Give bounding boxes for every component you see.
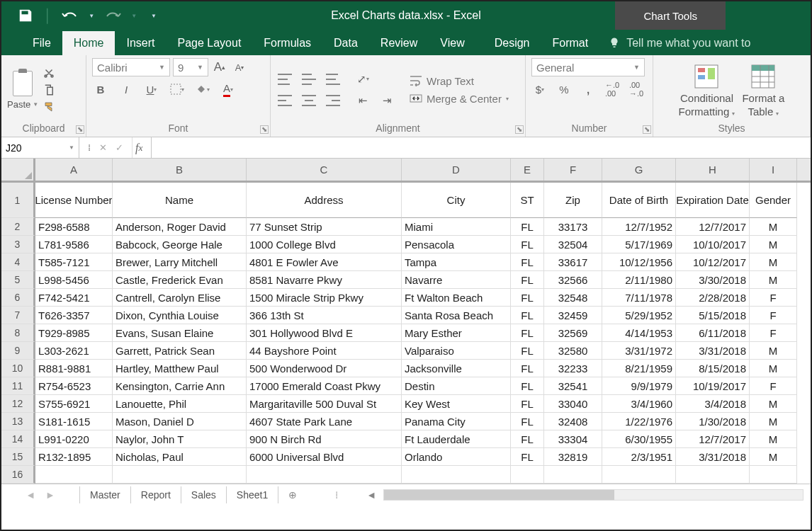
alignment-dialog-launcher[interactable]: ⬊ xyxy=(515,125,524,134)
column-header-C[interactable]: C xyxy=(247,159,402,181)
save-icon[interactable] xyxy=(17,7,34,24)
tab-format[interactable]: Format xyxy=(541,31,600,55)
header-cell[interactable]: Name xyxy=(113,183,247,218)
row-header[interactable]: 14 xyxy=(1,430,35,448)
cell[interactable]: Margaritaville 500 Duval St xyxy=(247,395,402,413)
cell[interactable]: Hartley, Matthew Paul xyxy=(113,360,247,377)
tab-page-layout[interactable]: Page Layout xyxy=(166,31,252,55)
cell[interactable]: FL xyxy=(511,307,544,324)
fx-icon[interactable]: fx xyxy=(132,137,152,158)
decrease-decimal-icon[interactable]: .00→.0 xyxy=(628,81,645,98)
cell[interactable]: 17000 Emerald Coast Pkwy xyxy=(247,377,402,395)
sheet-nav-prev-icon[interactable]: ◄ xyxy=(26,489,35,501)
cut-icon[interactable] xyxy=(43,67,57,79)
cell[interactable]: Navarre xyxy=(402,271,511,289)
cell[interactable]: FL xyxy=(511,253,544,271)
row-header[interactable]: 15 xyxy=(1,448,35,466)
cell[interactable]: 3/31/2018 xyxy=(676,342,750,360)
align-middle-icon[interactable] xyxy=(300,71,317,88)
cell[interactable]: 301 Hollywood Blvd E xyxy=(247,324,402,342)
redo-icon[interactable] xyxy=(104,7,121,24)
cell[interactable]: 32233 xyxy=(544,360,602,377)
cell[interactable]: T626-3357 xyxy=(35,307,113,324)
cell[interactable]: 33617 xyxy=(544,253,602,271)
font-size-combo[interactable]: 9▼ xyxy=(173,58,208,76)
cell[interactable]: 32504 xyxy=(544,236,602,253)
cell[interactable]: 3/4/1960 xyxy=(602,395,676,413)
tab-view[interactable]: View xyxy=(429,31,475,55)
align-bottom-icon[interactable] xyxy=(325,71,342,88)
cell[interactable]: 1500 Miracle Strip Pkwy xyxy=(247,289,402,307)
header-cell[interactable]: Zip xyxy=(544,183,602,218)
cell[interactable]: 32408 xyxy=(544,413,602,430)
sheet-tab-master[interactable]: Master xyxy=(79,486,131,503)
row-header[interactable]: 9 xyxy=(1,342,35,360)
cell[interactable]: M xyxy=(750,395,797,413)
undo-dropdown-icon[interactable]: ▼ xyxy=(89,13,94,19)
header-cell[interactable]: License Number xyxy=(35,183,113,218)
sheet-nav-next-icon[interactable]: ► xyxy=(45,489,55,501)
cell[interactable]: Key West xyxy=(402,395,511,413)
cell[interactable]: FL xyxy=(511,448,544,466)
cell[interactable]: 3/31/2018 xyxy=(676,448,750,466)
cell[interactable]: FL xyxy=(511,236,544,253)
column-header-A[interactable]: A xyxy=(35,159,113,181)
currency-icon[interactable]: $ ▾ xyxy=(531,81,548,98)
new-sheet-button[interactable]: ⊕ xyxy=(278,489,307,501)
cell[interactable]: M xyxy=(750,342,797,360)
cell[interactable]: 10/19/2017 xyxy=(676,377,750,395)
format-painter-icon[interactable] xyxy=(43,101,57,113)
row-header[interactable]: 10 xyxy=(1,360,35,377)
cell[interactable]: 33040 xyxy=(544,395,602,413)
font-dialog-launcher[interactable]: ⬊ xyxy=(260,125,269,134)
cell[interactable]: 1/22/1976 xyxy=(602,413,676,430)
cell[interactable]: 4801 E Fowler Ave xyxy=(247,253,402,271)
fill-color-button[interactable]: ▾ xyxy=(194,81,211,98)
cell[interactable]: R754-6523 xyxy=(35,377,113,395)
column-header-G[interactable]: G xyxy=(602,159,676,181)
cell[interactable] xyxy=(511,466,544,484)
cell[interactable]: FL xyxy=(511,395,544,413)
cell[interactable]: F xyxy=(750,289,797,307)
cell[interactable]: 10/12/1956 xyxy=(602,253,676,271)
align-left-icon[interactable] xyxy=(276,92,293,109)
cell[interactable]: 3/31/1972 xyxy=(602,342,676,360)
cell[interactable]: 500 Wonderwood Dr xyxy=(247,360,402,377)
cell[interactable]: 10/10/2017 xyxy=(676,236,750,253)
cell[interactable]: FL xyxy=(511,360,544,377)
cell[interactable]: Dixon, Cynthia Louise xyxy=(113,307,247,324)
cell[interactable]: R132-1895 xyxy=(35,448,113,466)
cell[interactable]: FL xyxy=(511,218,544,236)
cancel-formula-icon[interactable]: ✕ xyxy=(99,142,107,153)
cell[interactable]: Nicholas, Paul xyxy=(113,448,247,466)
cell[interactable]: 4/14/1953 xyxy=(602,324,676,342)
cell[interactable]: F298-6588 xyxy=(35,218,113,236)
comma-icon[interactable]: , xyxy=(580,81,597,98)
cell[interactable]: S181-1615 xyxy=(35,413,113,430)
cell[interactable]: L991-0220 xyxy=(35,430,113,448)
increase-font-icon[interactable]: A▴ xyxy=(211,59,228,76)
tab-file[interactable]: File xyxy=(21,31,62,55)
cell[interactable]: T929-8985 xyxy=(35,324,113,342)
cell[interactable]: 8/21/1959 xyxy=(602,360,676,377)
bold-button[interactable]: B xyxy=(92,81,109,98)
cell[interactable]: 12/7/2017 xyxy=(676,430,750,448)
cell[interactable]: 32541 xyxy=(544,377,602,395)
cell[interactable]: Ft Lauderdale xyxy=(402,430,511,448)
format-as-table-button[interactable]: Format a Table ▾ xyxy=(742,62,784,118)
font-name-combo[interactable]: Calibri▼ xyxy=(92,58,170,76)
italic-button[interactable]: I xyxy=(118,81,135,98)
qat-customize-icon[interactable]: ▼ xyxy=(151,13,157,19)
header-cell[interactable]: Expiration Date xyxy=(676,183,750,218)
cell[interactable]: 8/15/2018 xyxy=(676,360,750,377)
cell[interactable]: Pensacola xyxy=(402,236,511,253)
cell[interactable] xyxy=(544,466,602,484)
cell[interactable]: 1000 College Blvd xyxy=(247,236,402,253)
sheet-tab-report[interactable]: Report xyxy=(131,486,181,503)
header-cell[interactable]: Date of Birth xyxy=(602,183,676,218)
cell[interactable]: F742-5421 xyxy=(35,289,113,307)
row-header[interactable]: 8 xyxy=(1,324,35,342)
align-right-icon[interactable] xyxy=(325,92,342,109)
cell[interactable]: 5/29/1952 xyxy=(602,307,676,324)
copy-icon[interactable] xyxy=(43,84,57,96)
